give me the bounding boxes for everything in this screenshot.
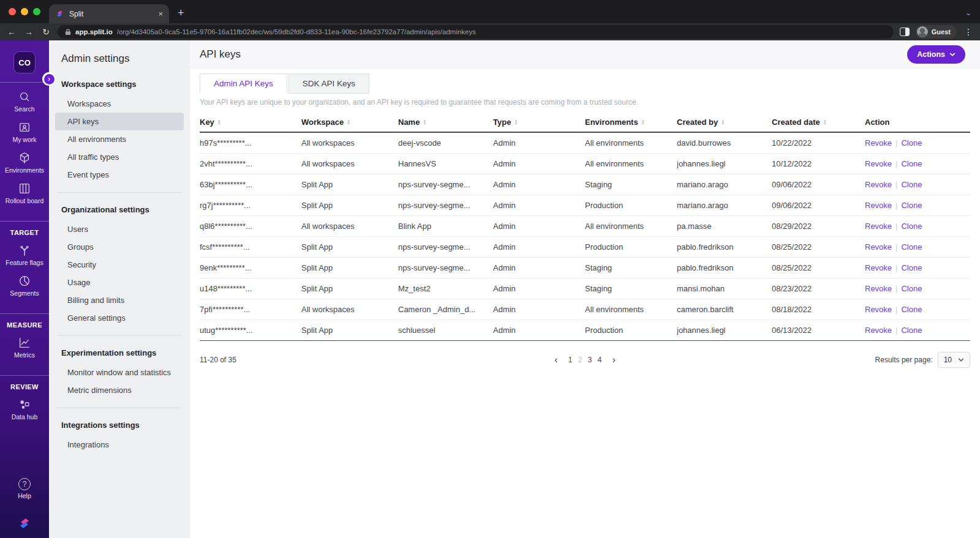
sidebar-item-data-hub[interactable]: Data hub bbox=[12, 398, 38, 420]
sidebar-item-environments[interactable]: Environments bbox=[5, 151, 44, 174]
browser-tab[interactable]: Split × bbox=[49, 4, 169, 23]
column-header-key[interactable]: Key▲▼ bbox=[200, 114, 301, 132]
column-header-name[interactable]: Name▲▼ bbox=[398, 114, 493, 132]
revoke-link[interactable]: Revoke bbox=[865, 242, 892, 252]
nav-item-integrations[interactable]: Integrations bbox=[55, 436, 184, 454]
split-favicon bbox=[55, 9, 64, 18]
column-header-created-by[interactable]: Created by▲▼ bbox=[677, 114, 772, 132]
sort-icon[interactable]: ▲▼ bbox=[217, 119, 221, 125]
column-header-type[interactable]: Type▲▼ bbox=[493, 114, 585, 132]
nav-item-api-keys[interactable]: API keys bbox=[55, 113, 184, 130]
url-bar[interactable]: app.split.io/org/4d3405a0-9ca5-11e5-9706… bbox=[58, 25, 894, 39]
column-header-environments[interactable]: Environments▲▼ bbox=[585, 114, 677, 132]
clone-link[interactable]: Clone bbox=[901, 201, 922, 210]
side-panel-icon[interactable] bbox=[900, 28, 910, 36]
page-number-2[interactable]: 2 bbox=[578, 356, 582, 364]
tab-admin-api-keys[interactable]: Admin API Keys bbox=[200, 73, 287, 94]
revoke-link[interactable]: Revoke bbox=[865, 305, 892, 314]
column-label: Action bbox=[865, 118, 889, 127]
page-number-1[interactable]: 1 bbox=[568, 356, 573, 364]
clone-link[interactable]: Clone bbox=[901, 263, 922, 272]
action-separator: | bbox=[895, 180, 897, 189]
nav-item-event-types[interactable]: Event types bbox=[55, 166, 184, 184]
minimize-window-button[interactable] bbox=[21, 8, 28, 15]
revoke-link[interactable]: Revoke bbox=[865, 201, 892, 210]
sort-icon[interactable]: ▲▼ bbox=[641, 119, 645, 125]
clone-link[interactable]: Clone bbox=[901, 326, 922, 335]
sidebar-expand-button[interactable]: › bbox=[42, 72, 56, 86]
tab-search-chevron-icon[interactable]: ⌄ bbox=[965, 9, 971, 17]
nav-item-users[interactable]: Users bbox=[55, 220, 184, 238]
clone-link[interactable]: Clone bbox=[901, 284, 922, 293]
back-icon[interactable]: ← bbox=[6, 28, 17, 36]
nav-item-usage[interactable]: Usage bbox=[55, 274, 184, 291]
clone-link[interactable]: Clone bbox=[901, 138, 922, 148]
cell-key: rg7j**********... bbox=[200, 195, 301, 215]
revoke-link[interactable]: Revoke bbox=[865, 263, 892, 272]
sort-icon[interactable]: ▲▼ bbox=[347, 119, 350, 125]
sort-icon[interactable]: ▲▼ bbox=[823, 119, 827, 125]
table-row: 63bj**********...Split Appnps-survey-seg… bbox=[200, 174, 970, 195]
revoke-link[interactable]: Revoke bbox=[865, 180, 892, 189]
results-per-page-select[interactable]: 10 bbox=[938, 352, 970, 368]
nav-item-metric-dimensions[interactable]: Metric dimensions bbox=[55, 381, 184, 399]
browser-chrome: Split × + ⌄ ← → ↻ app.split.io/org/4d340… bbox=[0, 0, 980, 40]
browser-menu-icon[interactable]: ⋮ bbox=[963, 27, 974, 37]
sidebar-item-feature-flags[interactable]: Feature flags bbox=[6, 244, 43, 266]
actions-button[interactable]: Actions bbox=[907, 45, 965, 64]
revoke-link[interactable]: Revoke bbox=[865, 284, 892, 293]
divider bbox=[58, 192, 181, 193]
column-header-workspace[interactable]: Workspace▲▼ bbox=[301, 114, 398, 132]
clone-link[interactable]: Clone bbox=[901, 180, 922, 189]
sidebar-item-help[interactable]: ? Help bbox=[18, 478, 31, 499]
table-row: fcsf**********...Split Appnps-survey-seg… bbox=[200, 236, 970, 257]
my-work-icon bbox=[18, 121, 31, 134]
nav-item-workspaces[interactable]: Workspaces bbox=[55, 95, 184, 113]
new-tab-button[interactable]: + bbox=[169, 7, 193, 23]
revoke-link[interactable]: Revoke bbox=[865, 138, 892, 148]
sidebar-item-rollout-board[interactable]: Rollout board bbox=[6, 182, 43, 204]
sort-icon[interactable]: ▲▼ bbox=[423, 119, 426, 125]
sidebar-item-segments[interactable]: Segments bbox=[10, 274, 39, 297]
profile-chip[interactable]: Guest bbox=[916, 25, 957, 39]
sidebar-item-my-work[interactable]: My work bbox=[12, 121, 36, 143]
column-header-created-date[interactable]: Created date▲▼ bbox=[772, 114, 865, 132]
revoke-link[interactable]: Revoke bbox=[865, 159, 892, 168]
sidebar-item-label: Rollout board bbox=[6, 197, 43, 204]
nav-item-monitor-window-and-statistics[interactable]: Monitor window and statistics bbox=[55, 364, 184, 381]
cell-created-by: pa.masse bbox=[677, 215, 772, 236]
sidebar-item-search[interactable]: Search bbox=[14, 90, 34, 113]
cell-name: nps-survey-segme... bbox=[398, 174, 493, 195]
cell-actions: Revoke|Clone bbox=[865, 174, 970, 195]
nav-item-all-environments[interactable]: All environments bbox=[55, 130, 184, 148]
page-number-4[interactable]: 4 bbox=[597, 356, 601, 364]
next-page-icon[interactable]: › bbox=[607, 354, 620, 365]
nav-item-groups[interactable]: Groups bbox=[55, 238, 184, 256]
maximize-window-button[interactable] bbox=[33, 8, 40, 15]
forward-icon[interactable]: → bbox=[23, 28, 34, 36]
clone-link[interactable]: Clone bbox=[901, 242, 922, 252]
nav-item-billing-and-limits[interactable]: Billing and limits bbox=[55, 291, 184, 309]
clone-link[interactable]: Clone bbox=[901, 159, 922, 168]
clone-link[interactable]: Clone bbox=[901, 222, 922, 231]
cell-key: 2vht**********... bbox=[200, 153, 301, 174]
table-row: utug**********...Split AppschluesselAdmi… bbox=[200, 319, 970, 340]
revoke-link[interactable]: Revoke bbox=[865, 326, 892, 335]
tab-sdk-api-keys[interactable]: SDK API Keys bbox=[288, 73, 369, 94]
nav-item-all-traffic-types[interactable]: All traffic types bbox=[55, 148, 184, 166]
previous-page-icon[interactable]: ‹ bbox=[549, 354, 562, 365]
revoke-link[interactable]: Revoke bbox=[865, 222, 892, 231]
sidebar-item-metrics[interactable]: Metrics bbox=[14, 336, 35, 359]
clone-link[interactable]: Clone bbox=[901, 305, 922, 314]
window-controls[interactable] bbox=[0, 8, 49, 23]
reload-icon[interactable]: ↻ bbox=[40, 28, 51, 36]
workspace-logo[interactable]: CO bbox=[13, 51, 36, 73]
page-number-3[interactable]: 3 bbox=[588, 356, 592, 364]
sort-icon[interactable]: ▲▼ bbox=[514, 119, 518, 125]
nav-item-general-settings[interactable]: General settings bbox=[55, 309, 184, 327]
sort-icon[interactable]: ▲▼ bbox=[721, 119, 725, 125]
close-window-button[interactable] bbox=[9, 8, 16, 15]
cell-workspace: All workspaces bbox=[301, 299, 398, 319]
nav-item-security[interactable]: Security bbox=[55, 256, 184, 274]
close-tab-icon[interactable]: × bbox=[158, 9, 163, 18]
